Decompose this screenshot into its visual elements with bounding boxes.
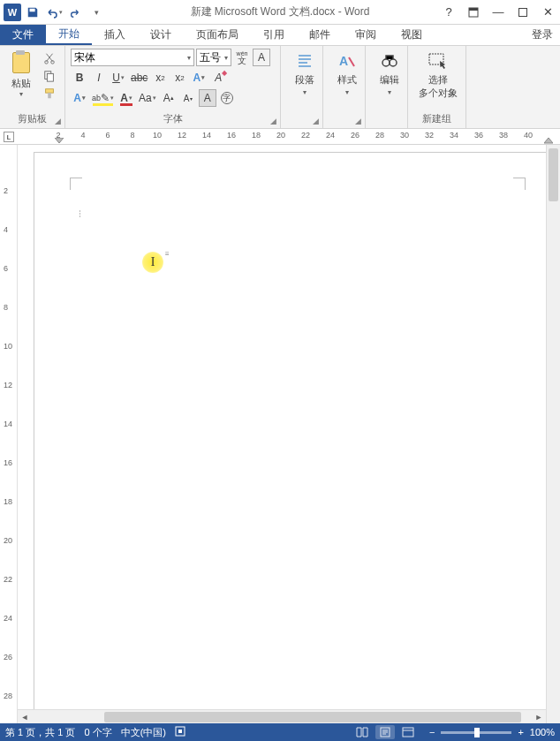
tab-selector[interactable]: L: [4, 132, 14, 142]
scrollbar-thumb[interactable]: [549, 148, 558, 201]
qat-customize-button[interactable]: ▾: [87, 3, 106, 22]
tab-file[interactable]: 文件: [0, 25, 46, 45]
text-effects-button[interactable]: A▾: [190, 69, 208, 87]
chevron-down-icon: ▾: [345, 88, 349, 96]
ruler-tick: 14: [202, 131, 211, 140]
font-name-combo[interactable]: 宋体▾: [71, 49, 194, 66]
vertical-scrollbar[interactable]: [546, 145, 560, 723]
shrink-font-button[interactable]: A▾: [179, 89, 197, 107]
ibeam-align-hint: ≡: [165, 253, 170, 255]
maximize-button[interactable]: [511, 2, 535, 23]
read-mode-button[interactable]: [352, 725, 372, 739]
word-count[interactable]: 0 个字: [84, 726, 111, 739]
paste-button[interactable]: 粘贴 ▾: [5, 49, 37, 112]
paragraph-button[interactable]: 段落 ▾: [286, 49, 323, 96]
ruler-tick: 40: [524, 131, 533, 140]
tab-design[interactable]: 设计: [138, 25, 184, 45]
tab-review[interactable]: 审阅: [343, 25, 389, 45]
redo-button[interactable]: [65, 3, 85, 22]
paragraph-label: 段落: [295, 73, 314, 87]
paragraph-dialog-launcher[interactable]: ◢: [310, 116, 321, 126]
word-app-icon[interactable]: W: [4, 4, 21, 21]
format-painter-button[interactable]: [41, 86, 58, 102]
print-layout-button[interactable]: [375, 725, 395, 739]
page-viewport[interactable]: ⸽ ≡ ◄ ►: [18, 145, 560, 723]
zoom-slider-knob[interactable]: [474, 728, 480, 737]
zoom-slider[interactable]: [441, 731, 511, 734]
scrollbar-thumb[interactable]: [104, 712, 521, 722]
help-button[interactable]: ?: [436, 2, 461, 23]
minimize-button[interactable]: —: [486, 2, 511, 23]
strikethrough-button[interactable]: abc: [129, 69, 149, 87]
svg-point-10: [382, 59, 390, 66]
save-button[interactable]: [23, 3, 42, 22]
clear-formatting-button[interactable]: A◆: [209, 69, 227, 87]
left-indent-marker[interactable]: [55, 138, 64, 145]
ribbon-display-button[interactable]: [461, 2, 486, 23]
svg-text:A: A: [339, 54, 348, 68]
scroll-right-button[interactable]: ►: [532, 713, 546, 722]
ruler-tick: 18: [252, 131, 261, 140]
sign-in-link[interactable]: 登录: [532, 27, 553, 42]
undo-button[interactable]: ▾: [44, 3, 64, 22]
clipboard-dialog-launcher[interactable]: ◢: [52, 116, 63, 126]
paste-icon: [9, 50, 34, 75]
tab-references[interactable]: 引用: [251, 25, 297, 45]
horizontal-scrollbar[interactable]: ◄ ►: [18, 709, 546, 723]
right-indent-marker[interactable]: [544, 138, 553, 145]
character-border-button[interactable]: A: [253, 49, 270, 66]
svg-rect-2: [519, 8, 527, 16]
bold-button[interactable]: B: [71, 69, 88, 87]
tab-mailings[interactable]: 邮件: [297, 25, 343, 45]
document-area: 246810121416182022242628 ⸽ ≡ ◄ ►: [0, 145, 560, 723]
highlight-button[interactable]: ab✎▾: [90, 89, 116, 107]
find-replace-button[interactable]: 编辑 ▾: [371, 49, 408, 96]
grow-font-button[interactable]: A▴: [160, 89, 178, 107]
web-layout-button[interactable]: [398, 725, 418, 739]
select-objects-button[interactable]: 选择 多个对象: [413, 49, 463, 100]
zoom-level[interactable]: 100%: [530, 727, 555, 737]
ruler-tick: 8: [4, 303, 8, 312]
ruler-tick: 38: [499, 131, 508, 140]
styles-button[interactable]: A 样式 ▾: [329, 49, 366, 96]
scroll-left-button[interactable]: ◄: [18, 713, 32, 722]
close-button[interactable]: ✕: [535, 2, 560, 23]
zoom-in-button[interactable]: +: [515, 727, 526, 737]
language-status[interactable]: 中文(中国): [121, 726, 166, 739]
mouse-ibeam-cursor: [142, 252, 163, 273]
svg-rect-8: [48, 93, 51, 98]
italic-button[interactable]: I: [90, 69, 108, 87]
macro-status[interactable]: [175, 726, 185, 738]
window-controls: ? — ✕: [436, 2, 560, 23]
vertical-ruler[interactable]: 246810121416182022242628: [0, 145, 18, 723]
underline-button[interactable]: U▾: [110, 69, 127, 87]
horizontal-ruler[interactable]: L 246810121416182022242628303234363840: [0, 129, 560, 145]
chevron-down-icon: ▾: [19, 90, 23, 98]
chevron-down-icon: ▾: [187, 54, 191, 62]
styles-dialog-launcher[interactable]: ◢: [352, 116, 363, 126]
subscript-button[interactable]: x2: [151, 69, 169, 87]
font-dialog-launcher[interactable]: ◢: [268, 116, 278, 126]
tab-view[interactable]: 视图: [389, 25, 435, 45]
font-color-char-shading[interactable]: A▾: [71, 89, 88, 107]
ruler-tick: 24: [326, 131, 335, 140]
font-size-combo[interactable]: 五号▾: [196, 49, 231, 66]
tab-insert[interactable]: 插入: [92, 25, 138, 45]
change-case-button[interactable]: Aa▾: [137, 89, 158, 107]
enclose-characters-button[interactable]: 字: [218, 89, 236, 107]
cut-button[interactable]: [41, 50, 58, 66]
ruler-tick: 12: [4, 381, 12, 389]
page-count[interactable]: 第 1 页，共 1 页: [5, 726, 75, 739]
page[interactable]: ⸽ ≡: [34, 152, 553, 723]
font-color-button[interactable]: A▾: [117, 89, 135, 107]
ruler-tick: 10: [4, 342, 12, 351]
copy-button[interactable]: [41, 68, 58, 84]
superscript-button[interactable]: x2: [170, 69, 188, 87]
phonetic-guide-button[interactable]: wén文: [233, 49, 251, 66]
tab-layout[interactable]: 页面布局: [184, 25, 251, 45]
select-label-1: 选择: [428, 73, 448, 87]
tab-home[interactable]: 开始: [46, 25, 92, 45]
character-shading-button[interactable]: A: [199, 89, 216, 107]
zoom-out-button[interactable]: −: [427, 727, 437, 737]
binoculars-icon: [379, 50, 400, 72]
